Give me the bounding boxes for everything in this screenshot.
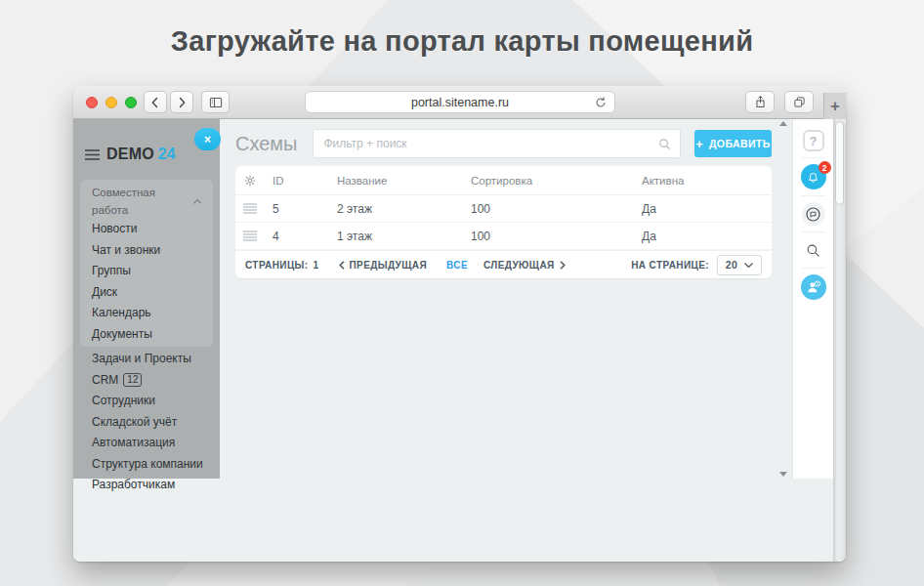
main-content: Схемы + ДОБАВИТЬ [220,119,793,562]
question-mark-icon: ? [810,134,818,148]
row-drag-handle[interactable] [243,203,273,214]
per-page-select[interactable]: 20 [717,255,762,275]
add-button[interactable]: + ДОБАВИТЬ [694,130,772,157]
back-button[interactable] [144,91,167,113]
sidebar-toggle-button[interactable] [201,91,230,113]
window-controls [86,86,137,118]
per-page-control: НА СТРАНИЦЕ: 20 [631,255,762,275]
sidebar-close-button[interactable]: × [194,128,221,150]
portal-sidebar: DEMO 24 × Совместная работа Новости Чат … [73,119,220,479]
table-header-row: ID Название Сортировка Активна [235,166,772,195]
close-window-button[interactable] [86,97,98,108]
reload-icon [593,95,609,110]
schemes-table-card: ID Название Сортировка Активна 5 2 этаж … [235,166,772,278]
chat-button[interactable] [802,202,825,226]
search-icon[interactable] [657,137,672,155]
per-page-label: НА СТРАНИЦЕ: [631,260,709,271]
crm-counter-badge: 12 [123,373,142,387]
close-icon: × [204,133,211,146]
sidebar-item-chat[interactable]: Чат и звонки [92,240,201,262]
column-header-id[interactable]: ID [273,175,337,187]
sidebar-item-crm[interactable]: CRM12 [92,370,201,392]
next-page-button[interactable]: СЛЕДУЮЩАЯ [483,260,566,271]
column-header-name[interactable]: Название [337,175,471,187]
notifications-button[interactable]: 2 [801,164,826,189]
page-title: Загружайте на портал карты помещений [0,25,924,58]
next-page-label: СЛЕДУЮЩАЯ [483,260,555,271]
previous-page-label: ПРЕДЫДУЩАЯ [350,260,428,271]
chat-bubble-icon [804,205,822,224]
sidebar-item-developers[interactable]: Разработчикам [92,475,201,496]
filter-search-input[interactable] [314,130,680,157]
add-button-label: ДОБАВИТЬ [709,138,771,149]
sidebar-group: Совместная работа Новости Чат и звонки Г… [80,180,213,347]
row-drag-handle[interactable] [243,230,273,241]
drag-handle-icon [243,230,257,241]
help-button[interactable]: ? [803,130,824,151]
scrollbar-thumb[interactable] [835,121,844,205]
invite-employee-button[interactable] [801,274,826,300]
sidebar-header: DEMO 24 × [73,119,220,176]
url-text: portal.sitename.ru [411,96,509,109]
chevron-right-icon [560,261,566,270]
zoom-window-button[interactable] [125,97,137,108]
cell-name: 1 этаж [337,230,471,243]
sidebar-item-disk[interactable]: Диск [92,282,201,304]
chevron-up-icon [193,199,201,204]
sidebar-icon [207,94,225,111]
scroll-up-arrow[interactable] [779,121,787,126]
sidebar-item-company-structure[interactable]: Структура компании [92,454,201,476]
window-scrollbar[interactable] [833,119,846,562]
reload-button[interactable] [593,95,609,113]
bell-icon [806,170,820,185]
chevron-left-icon [339,261,345,270]
chevron-right-icon [173,94,190,111]
chevron-left-icon [147,94,164,111]
current-page: 1 [314,260,319,271]
sidebar-item-inventory[interactable]: Складской учёт [92,412,201,434]
cell-active: Да [642,202,772,216]
sidebar-item-news[interactable]: Новости [92,219,201,240]
sidebar-item-documents[interactable]: Документы [92,324,201,346]
tabs-icon [791,94,808,110]
cell-id: 5 [273,202,337,216]
column-header-sort[interactable]: Сортировка [471,175,642,187]
pages-indicator: СТРАНИЦЫ: 1 [245,260,319,271]
table-row[interactable]: 4 1 этаж 100 Да [235,223,772,250]
all-pages-button[interactable]: ВСЕ [446,260,468,271]
previous-page-button[interactable]: ПРЕДЫДУЩАЯ [339,260,428,271]
scroll-down-arrow[interactable] [779,472,787,477]
pagination-bar: СТРАНИЦЫ: 1 ПРЕДЫДУЩАЯ ВСЕ СЛЕДУЮЩАЯ НА [235,250,772,278]
drag-handle-icon [243,203,257,214]
content-title: Схемы [235,133,297,155]
sidebar-item-automation[interactable]: Автоматизация [92,433,201,454]
new-tab-button[interactable]: + [823,93,846,119]
content-header: Схемы + ДОБАВИТЬ [235,127,772,160]
column-header-active[interactable]: Активна [642,175,772,187]
sidebar-item-calendar[interactable]: Календарь [92,303,201,324]
browser-viewport: DEMO 24 × Совместная работа Новости Чат … [73,119,846,562]
share-button[interactable] [745,91,775,113]
table-row[interactable]: 5 2 этаж 100 Да [235,195,772,223]
tab-overview-button[interactable] [784,91,814,113]
menu-burger-icon[interactable] [85,148,100,161]
filter-search-box [313,129,681,158]
brand-accent: 24 [158,146,176,163]
forward-button[interactable] [170,91,193,113]
sidebar-item-employees[interactable]: Сотрудники [92,391,201,412]
sidebar-item-tasks[interactable]: Задачи и Проекты [92,349,201,370]
sidebar-group-toggle[interactable]: Совместная работа [92,184,201,219]
chevron-down-icon [744,263,753,268]
cell-name: 2 этаж [337,202,471,216]
sidebar-group-label: Совместная работа [92,184,188,219]
divider [801,231,825,232]
table-settings-button[interactable] [243,174,273,188]
url-bar[interactable]: portal.sitename.ru [305,91,615,113]
search-button[interactable] [802,238,825,262]
minimize-window-button[interactable] [105,97,117,108]
cell-sort: 100 [471,230,642,243]
share-icon [752,94,769,110]
cell-id: 4 [273,230,337,243]
sidebar-item-groups[interactable]: Группы [92,261,201,282]
browser-titlebar: portal.sitename.ru + [73,86,846,119]
